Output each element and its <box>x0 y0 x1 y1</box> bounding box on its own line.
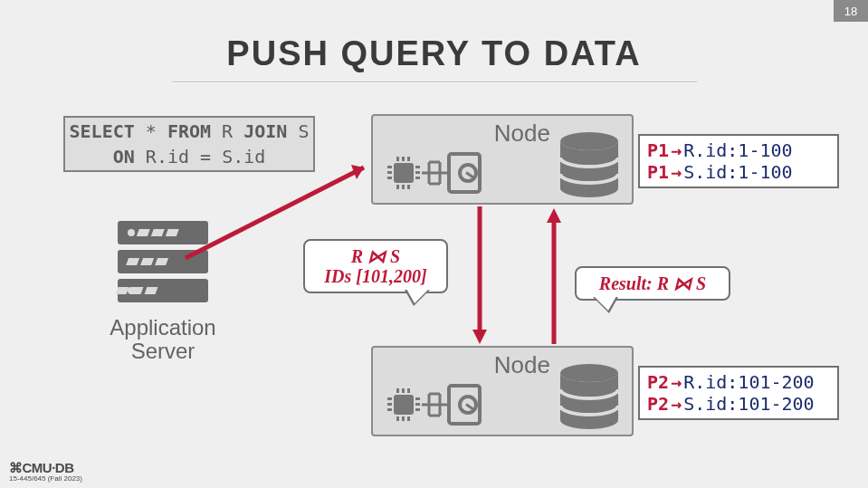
svg-rect-43 <box>396 388 399 393</box>
sql-line-1: SELECT * FROM R JOIN S <box>65 119 313 144</box>
arrow-node2-to-node1 <box>547 208 561 344</box>
svg-rect-28 <box>387 166 392 168</box>
svg-rect-32 <box>415 171 420 174</box>
node-1-partition-info: P1→R.id:1-100 P1→S.id:1-100 <box>638 134 839 188</box>
partition-row: P2→S.id:101-200 <box>647 393 830 415</box>
svg-rect-42 <box>394 395 414 415</box>
arrow-node1-to-node2 <box>472 206 487 344</box>
cpu-icon <box>386 387 422 423</box>
svg-rect-24 <box>407 157 410 161</box>
svg-rect-27 <box>407 185 410 189</box>
query-push-bubble: R ⋈ S IDs [101,200] <box>303 239 448 293</box>
application-server-label: Application Server <box>95 316 231 363</box>
bubble-line: R ⋈ S <box>318 246 434 266</box>
application-server: Application Server <box>95 221 231 363</box>
title-underline <box>172 81 697 83</box>
database-icon <box>558 364 621 435</box>
course-label: 15-445/645 (Fall 2023) <box>9 474 82 483</box>
svg-rect-50 <box>387 403 392 406</box>
svg-rect-31 <box>415 166 420 168</box>
sql-query-box: SELECT * FROM R JOIN S ON R.id = S.id <box>63 116 315 172</box>
svg-point-41 <box>560 132 618 150</box>
node-2: Node <box>371 346 634 436</box>
partition-row: P2→R.id:101-200 <box>647 371 830 393</box>
bus-icon <box>422 157 447 189</box>
svg-marker-18 <box>472 330 487 344</box>
svg-rect-25 <box>396 185 399 189</box>
server-rack-icon <box>113 221 213 307</box>
disk-icon <box>447 152 482 194</box>
svg-point-62 <box>560 364 618 382</box>
svg-rect-45 <box>407 388 410 393</box>
partition-row: P1→S.id:1-100 <box>647 161 830 183</box>
svg-rect-30 <box>387 177 392 179</box>
svg-rect-23 <box>402 157 405 161</box>
page-number: 18 <box>834 0 868 22</box>
svg-rect-46 <box>396 416 399 421</box>
slide: 18 PUSH QUERY TO DATA SELECT * FROM R JO… <box>0 0 868 488</box>
sql-line-2: ON R.id = S.id <box>65 144 313 169</box>
node-1-label: Node <box>494 120 550 148</box>
node-2-partition-info: P2→R.id:101-200 P2→S.id:101-200 <box>638 366 839 420</box>
svg-point-3 <box>128 229 135 236</box>
svg-rect-44 <box>402 388 405 393</box>
speech-tail-icon <box>405 290 430 306</box>
svg-marker-16 <box>351 165 364 179</box>
bus-icon <box>422 388 447 421</box>
node-1: Node <box>371 114 634 205</box>
svg-rect-49 <box>387 397 392 400</box>
node-1-hardware <box>386 152 482 194</box>
svg-rect-26 <box>402 185 405 189</box>
svg-rect-22 <box>396 157 399 161</box>
svg-rect-52 <box>415 397 420 400</box>
partition-row: P1→R.id:1-100 <box>647 139 830 161</box>
disk-icon <box>447 384 482 426</box>
svg-marker-20 <box>547 208 561 223</box>
speech-tail-icon <box>593 297 618 313</box>
cpu-icon <box>386 155 422 191</box>
database-icon <box>558 132 621 203</box>
slide-title: PUSH QUERY TO DATA <box>0 34 868 73</box>
svg-rect-21 <box>394 163 414 183</box>
node-2-hardware <box>386 384 482 426</box>
svg-rect-54 <box>415 408 420 411</box>
svg-rect-47 <box>402 416 405 421</box>
node-2-label: Node <box>494 351 550 379</box>
result-bubble: Result: R ⋈ S <box>575 266 730 301</box>
svg-rect-53 <box>415 403 420 406</box>
svg-rect-29 <box>387 171 392 174</box>
svg-rect-33 <box>415 177 420 179</box>
footer: ⌘CMU·DB 15-445/645 (Fall 2023) <box>9 460 82 483</box>
svg-rect-51 <box>387 408 392 411</box>
bubble-line: IDs [101,200] <box>318 266 434 286</box>
svg-rect-48 <box>407 416 410 421</box>
